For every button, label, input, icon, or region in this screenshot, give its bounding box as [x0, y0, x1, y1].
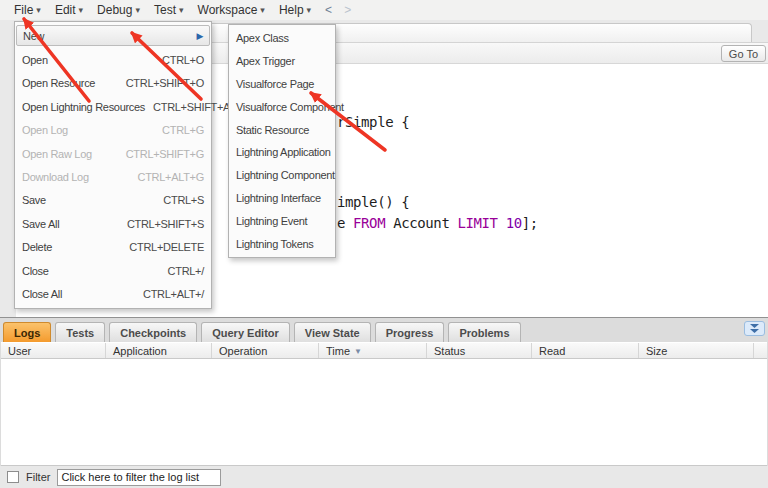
code-line-1: rSimple { [337, 114, 409, 130]
submenu-item-lightning-component[interactable]: Lightning Component [229, 164, 335, 187]
file-menu-item-new[interactable]: New ▶ [16, 25, 210, 46]
caret-down-icon: ▾ [260, 6, 265, 15]
double-chevron-down-icon [749, 324, 760, 334]
submenu-item-lightning-interface[interactable]: Lightning Interface [229, 187, 335, 210]
tab-checkpoints[interactable]: Checkpoints [109, 322, 197, 342]
go-to-button[interactable]: Go To [721, 45, 766, 62]
log-filter-bar: Filter [0, 466, 768, 488]
filter-input[interactable] [57, 469, 221, 486]
submenu-item-static-resource[interactable]: Static Resource [229, 118, 335, 141]
menu-help[interactable]: Help▾ [279, 3, 311, 17]
file-dropdown-menu: New ▶ OpenCTRL+O Open ResourceCTRL+SHIFT… [14, 21, 212, 309]
tab-query-editor[interactable]: Query Editor [201, 322, 290, 342]
column-header-size[interactable]: Size [639, 343, 754, 358]
file-menu-item-open-lightning-resources[interactable]: Open Lightning ResourcesCTRL+SHIFT+A [15, 95, 211, 118]
log-table-body[interactable] [1, 359, 767, 466]
file-menu-item-open-resource[interactable]: Open ResourceCTRL+SHIFT+O [15, 71, 211, 94]
file-menu-item-open-log: Open LogCTRL+G [15, 118, 211, 141]
logs-panel: Logs Tests Checkpoints Query Editor View… [0, 318, 768, 488]
column-header-status[interactable]: Status [427, 343, 532, 358]
column-header-time[interactable]: Time▼ [319, 343, 427, 358]
code-line-2: imple() { [337, 194, 409, 210]
menu-bar: File▾ Edit▾ Debug▾ Test▾ Workspace▾ Help… [0, 0, 768, 20]
file-menu-item-close-all[interactable]: Close AllCTRL+ALT+/ [15, 283, 211, 306]
file-menu-item-close[interactable]: CloseCTRL+/ [15, 259, 211, 282]
submenu-item-lightning-tokens[interactable]: Lightning Tokens [229, 232, 335, 255]
file-menu-item-save[interactable]: SaveCTRL+S [15, 189, 211, 212]
menu-test[interactable]: Test▾ [154, 3, 184, 17]
column-header-user[interactable]: User [1, 343, 106, 358]
file-menu-item-save-all[interactable]: Save AllCTRL+SHIFT+S [15, 212, 211, 235]
file-menu-item-download-log: Download LogCTRL+ALT+G [15, 165, 211, 188]
file-menu-item-open[interactable]: OpenCTRL+O [15, 48, 211, 71]
sort-descending-icon: ▼ [354, 347, 362, 356]
submenu-item-visualforce-component[interactable]: Visualforce Component [229, 95, 335, 118]
file-menu-item-open-raw-log: Open Raw LogCTRL+SHIFT+G [15, 142, 211, 165]
tab-problems[interactable]: Problems [448, 322, 520, 342]
submenu-item-apex-trigger[interactable]: Apex Trigger [229, 50, 335, 73]
menu-workspace[interactable]: Workspace▾ [198, 3, 265, 17]
tab-tests[interactable]: Tests [55, 322, 105, 342]
column-header-spacer [754, 343, 767, 358]
new-submenu: Apex Class Apex Trigger Visualforce Page… [228, 24, 336, 258]
submenu-arrow-icon: ▶ [196, 31, 203, 41]
tab-progress[interactable]: Progress [375, 322, 445, 342]
caret-down-icon: ▾ [179, 6, 184, 15]
caret-down-icon: ▾ [36, 6, 41, 15]
collapse-panel-button[interactable] [744, 321, 765, 336]
bottom-tab-bar: Logs Tests Checkpoints Query Editor View… [0, 318, 768, 342]
tab-view-state[interactable]: View State [294, 322, 371, 342]
navigate-forward-button[interactable]: > [344, 3, 351, 17]
menu-file[interactable]: File▾ [14, 3, 41, 17]
filter-label: Filter [26, 471, 50, 483]
navigate-back-button[interactable]: < [325, 3, 332, 17]
file-menu-item-delete[interactable]: DeleteCTRL+DELETE [15, 236, 211, 259]
caret-down-icon: ▾ [79, 6, 84, 15]
submenu-item-lightning-application[interactable]: Lightning Application [229, 141, 335, 164]
log-table-header: User Application Operation Time▼ Status … [1, 342, 767, 359]
code-line-3: e FROM Account LIMIT 10]; [337, 215, 538, 231]
filter-checkbox[interactable] [7, 471, 19, 483]
tab-logs[interactable]: Logs [3, 322, 51, 342]
caret-down-icon: ▾ [307, 6, 312, 15]
column-header-read[interactable]: Read [532, 343, 639, 358]
menu-edit[interactable]: Edit▾ [55, 3, 83, 17]
column-header-operation[interactable]: Operation [212, 343, 319, 358]
column-header-application[interactable]: Application [106, 343, 212, 358]
submenu-item-apex-class[interactable]: Apex Class [229, 27, 335, 50]
caret-down-icon: ▾ [135, 6, 140, 15]
menu-debug[interactable]: Debug▾ [97, 3, 140, 17]
submenu-item-visualforce-page[interactable]: Visualforce Page [229, 73, 335, 96]
submenu-item-lightning-event[interactable]: Lightning Event [229, 209, 335, 232]
developer-console-window: Go To rSimple { imple() { e FROM Account… [0, 0, 768, 488]
